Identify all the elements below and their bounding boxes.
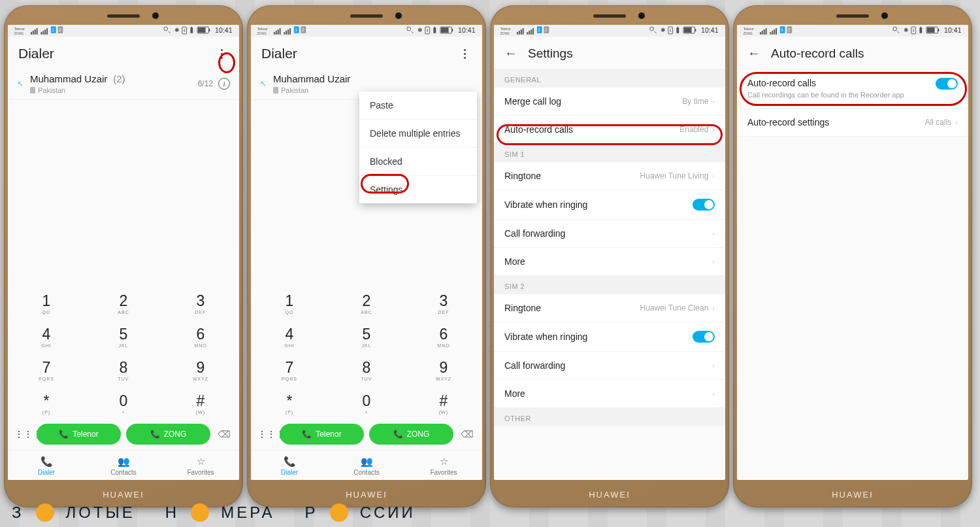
caller-name: Muhammad Uzair [30,73,107,84]
key-1[interactable]: 1QO [8,285,85,318]
status-bar [251,25,482,37]
setting-auto-record-calls[interactable]: Auto-record callsEnabled› [494,116,725,144]
back-icon[interactable]: ← [747,46,760,61]
tab-favorites[interactable]: ☆Favorites [162,450,239,480]
chevron-right-icon: › [955,118,958,126]
brand-logo: HUAWEI [733,490,972,500]
call-sim1-button[interactable]: 📞Telenor [37,424,121,445]
key-4[interactable]: 4GHI [251,318,328,352]
chevron-right-icon: › [712,390,715,398]
setting-auto-record-settings[interactable]: Auto-record settingsAll calls› [737,109,968,137]
more-menu-icon[interactable] [214,46,229,61]
setting-more-sim2[interactable]: More› [494,380,725,408]
outgoing-call-icon: ↖ [17,79,24,88]
sim-icon [30,87,35,94]
keypad: 1QO 2ABC 3DEF 4GHI 5JKL 6MNO 7PQRS 8TUV … [251,285,482,480]
key-9[interactable]: 9WXYZ [162,352,239,385]
dropdown-menu: Paste Delete multiple entries Blocked Se… [359,92,477,203]
toggle-on[interactable] [936,78,958,90]
chevron-right-icon: › [712,258,715,265]
key-8[interactable]: 8TUV [328,352,405,385]
tab-dialer[interactable]: 📞Dialer [251,450,328,480]
section-general: GENERAL [494,69,725,88]
settings-title: Settings [528,46,573,61]
section-other: OTHER [494,408,725,426]
key-hash[interactable]: #(W) [405,385,482,418]
star-icon: ☆ [405,456,482,468]
tab-contacts[interactable]: 👥Contacts [328,450,405,480]
caller-name: Muhammad Uzair [273,73,350,84]
status-bar [494,25,725,37]
toggle-on[interactable] [693,199,715,211]
section-sim2: SIM 2 [494,276,725,294]
contacts-icon: 👥 [85,456,162,468]
menu-blocked[interactable]: Blocked [359,148,477,176]
setting-auto-record-toggle[interactable]: Auto-record calls Call recordings can be… [737,69,968,109]
setting-call-forwarding-sim2[interactable]: Call forwarding› [494,352,725,380]
key-star[interactable]: *(P) [8,385,85,418]
dialpad-toggle-icon[interactable]: ⋮⋮⋮ [257,429,274,439]
setting-vibrate-sim2[interactable]: Vibrate when ringing [494,322,725,352]
phone-2-dialer-menu: Dialer ↖ Muhammad Uzair Pakistan 1QO 2AB… [247,5,486,507]
key-7[interactable]: 7PQRS [251,352,328,385]
backspace-icon[interactable]: ⌫ [216,429,233,439]
key-4[interactable]: 4GHI [8,318,85,352]
sim-icon [273,87,278,94]
chevron-right-icon: › [712,304,715,312]
menu-settings[interactable]: Settings [359,176,477,203]
key-6[interactable]: 6MNO [162,318,239,352]
chevron-right-icon: › [712,97,715,105]
auto-record-title: Auto-record calls [771,46,864,61]
chevron-right-icon: › [712,172,715,180]
outgoing-call-icon: ↖ [260,79,267,88]
key-star[interactable]: *(P) [251,385,328,418]
phone-icon: 📞 [302,430,312,439]
key-0[interactable]: 0+ [85,385,162,418]
setting-ringtone-sim1[interactable]: RingtoneHuawei Tune Living› [494,162,725,190]
key-2[interactable]: 2ABC [328,285,405,318]
key-6[interactable]: 6MNO [405,318,482,352]
key-8[interactable]: 8TUV [85,352,162,385]
key-3[interactable]: 3DEF [405,285,482,318]
backspace-icon[interactable]: ⌫ [459,429,476,439]
setting-ringtone-sim2[interactable]: RingtoneHuawei Tune Clean› [494,294,725,322]
key-3[interactable]: 3DEF [162,285,239,318]
key-0[interactable]: 0+ [328,385,405,418]
key-7[interactable]: 7PQRS [8,352,85,385]
setting-vibrate-sim1[interactable]: Vibrate when ringing [494,190,725,220]
chevron-right-icon: › [712,126,715,133]
tab-dialer[interactable]: 📞Dialer [8,450,85,480]
brand-logo: HUAWEI [4,490,243,500]
info-icon[interactable]: i [218,78,230,90]
dialer-title: Dialer [261,46,297,61]
setting-merge-call-log[interactable]: Merge call logBy time› [494,88,725,116]
status-bar [8,25,239,37]
tab-contacts[interactable]: 👥Contacts [85,450,162,480]
toggle-on[interactable] [693,331,715,343]
chevron-right-icon: › [712,362,715,369]
key-1[interactable]: 1QO [251,285,328,318]
key-hash[interactable]: #(W) [162,385,239,418]
keypad: 1QO 2ABC 3DEF 4GHI 5JKL 6MNO 7PQRS 8TUV … [8,285,239,480]
key-5[interactable]: 5JKL [85,318,162,352]
call-sim2-button[interactable]: 📞ZONG [126,424,210,445]
call-log-row[interactable]: ↖ Muhammad Uzair (2) Pakistan 6/12 i [8,68,239,100]
phone-3-settings: ← Settings GENERAL Merge call logBy time… [490,5,729,507]
key-5[interactable]: 5JKL [328,318,405,352]
dialer-title: Dialer [18,46,54,61]
setting-more-sim1[interactable]: More› [494,248,725,276]
call-sim1-button[interactable]: 📞Telenor [280,424,364,445]
call-sim2-button[interactable]: 📞ZONG [369,424,453,445]
menu-paste[interactable]: Paste [359,92,477,120]
menu-delete-multiple[interactable]: Delete multiple entries [359,120,477,148]
brand-logo: HUAWEI [490,490,729,500]
back-icon[interactable]: ← [504,46,517,61]
key-9[interactable]: 9WXYZ [405,352,482,385]
more-menu-icon[interactable] [457,46,472,61]
status-bar [737,25,968,37]
key-2[interactable]: 2ABC [85,285,162,318]
setting-call-forwarding-sim1[interactable]: Call forwarding› [494,220,725,248]
tab-favorites[interactable]: ☆Favorites [405,450,482,480]
star-icon: ☆ [162,456,239,468]
dialpad-toggle-icon[interactable]: ⋮⋮⋮ [14,429,31,439]
